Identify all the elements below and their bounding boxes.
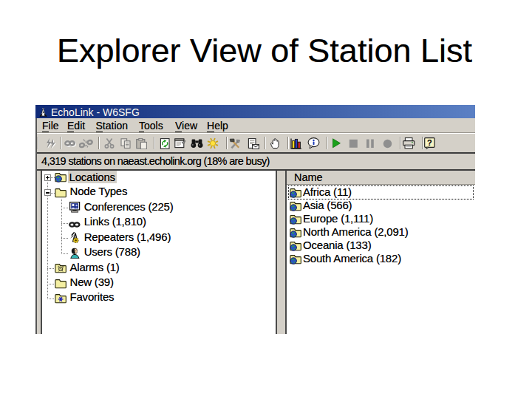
svg-text:?: ?: [427, 138, 432, 147]
